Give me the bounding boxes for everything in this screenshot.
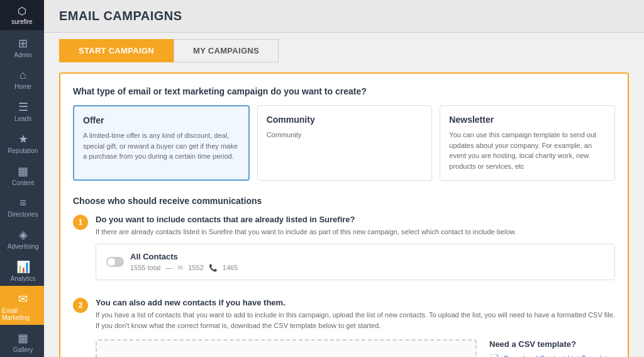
sidebar: ⬡ surefire ⊞ Admin ⌂ Home ☰ Leads ★ Repu… (0, 0, 44, 357)
contact-phone-count: 1465 (223, 264, 238, 271)
contact-info: All Contacts 1555 total — ✉ 1552 📞 1465 (130, 252, 604, 272)
step2-title: You can also add new contacts if you hav… (96, 298, 615, 307)
step1-item: 1 Do you want to include contacts that a… (73, 215, 615, 288)
analytics-icon: 📊 (16, 260, 30, 274)
newsletter-title: Newsletter (449, 115, 606, 125)
csv-template-title: Need a CSV template? (489, 339, 615, 349)
content-icon: ▦ (18, 164, 28, 178)
sidebar-item-advertising[interactable]: ◈ Advertising (0, 222, 44, 254)
sidebar-item-directories[interactable]: ≡ Directories (0, 190, 44, 222)
campaign-card-community[interactable]: Community Community (257, 105, 433, 181)
gallery-icon: ▦ (18, 331, 28, 345)
step1-number: 1 (73, 215, 88, 230)
sidebar-item-email-marketing[interactable]: ✉ Email Marketing (0, 286, 44, 325)
sidebar-item-content[interactable]: ▦ Content (0, 158, 44, 190)
sidebar-item-label: Gallery (13, 346, 33, 353)
logo-text: surefire (11, 18, 32, 25)
recipients-title: Choose who should receive communications (73, 196, 615, 206)
csv-template: Need a CSV template? 📄 Download Contact … (489, 339, 615, 357)
offer-description: A limited-time offer is any kind of disc… (83, 130, 240, 162)
sidebar-item-label: Reputation (8, 147, 38, 154)
page-title: EMAIL CAMPAIGNS (59, 9, 629, 23)
directories-icon: ≡ (19, 196, 26, 210)
sidebar-logo: ⬡ surefire (0, 0, 44, 30)
sidebar-item-analytics[interactable]: 📊 Analytics (0, 254, 44, 286)
sidebar-item-label: Leads (14, 115, 31, 122)
csv-download-label: Download Contact List Template (504, 354, 612, 357)
tabs-bar: START CAMPAIGN MY CAMPAIGNS (44, 39, 644, 62)
tab-my-campaigns[interactable]: MY CAMPAIGNS (174, 39, 279, 62)
sidebar-item-reputation[interactable]: ★ Reputation (0, 126, 44, 158)
campaign-card-newsletter[interactable]: Newsletter You can use this campaign tem… (440, 105, 615, 181)
recipients-section: Choose who should receive communications… (73, 196, 615, 357)
reputation-icon: ★ (18, 132, 28, 146)
page-header: EMAIL CAMPAIGNS (44, 0, 644, 33)
campaign-box: What type of email or text marketing cam… (59, 72, 629, 357)
csv-download-icon: 📄 (489, 354, 500, 357)
phone-stat-icon: 📞 (209, 264, 218, 272)
campaign-types: Offer A limited-time offer is any kind o… (73, 105, 615, 181)
email-marketing-icon: ✉ (18, 292, 28, 306)
upload-area-wrapper: Drop in or select a csv file Need a CSV … (96, 339, 615, 357)
home-icon: ⌂ (19, 69, 26, 82)
contact-name: All Contacts (130, 252, 604, 261)
sidebar-item-label: Home (14, 83, 31, 90)
contact-email-count: 1552 (188, 264, 203, 271)
sidebar-item-leads[interactable]: ☰ Leads (0, 94, 44, 126)
content-area: What type of email or text marketing cam… (44, 62, 644, 357)
sidebar-item-label: Directories (8, 211, 38, 218)
csv-download-link[interactable]: 📄 Download Contact List Template (489, 354, 615, 357)
admin-icon: ⊞ (18, 37, 28, 50)
campaign-type-question: What type of email or text marketing cam… (73, 86, 615, 96)
sidebar-item-label: Advertising (8, 243, 38, 250)
step2-content: You can also add new contacts if you hav… (96, 298, 615, 358)
community-description: Community (267, 130, 423, 140)
tab-start-campaign[interactable]: START CAMPAIGN (59, 39, 174, 62)
sidebar-item-gallery[interactable]: ▦ Gallery (0, 325, 44, 357)
sidebar-item-label: Email Marketing (2, 307, 44, 321)
offer-title: Offer (83, 115, 240, 125)
step2-item: 2 You can also add new contacts if you h… (73, 298, 615, 358)
step1-content: Do you want to include contacts that are… (96, 215, 615, 288)
newsletter-description: You can use this campaign template to se… (449, 130, 606, 171)
campaign-card-offer[interactable]: Offer A limited-time offer is any kind o… (73, 105, 250, 181)
sidebar-item-label: Analytics (10, 275, 35, 282)
upload-drop-zone[interactable]: Drop in or select a csv file (96, 339, 477, 357)
sidebar-item-home[interactable]: ⌂ Home (0, 62, 44, 94)
contact-toggle[interactable] (106, 257, 124, 267)
contact-total: 1555 total (130, 264, 160, 271)
logo-icon: ⬡ (18, 5, 26, 17)
contact-row: All Contacts 1555 total — ✉ 1552 📞 1465 (96, 244, 615, 280)
sidebar-item-label: Admin (14, 52, 31, 59)
email-stat-icon: ✉ (177, 264, 183, 272)
contact-stats: 1555 total — ✉ 1552 📞 1465 (130, 264, 604, 272)
sidebar-item-admin[interactable]: ⊞ Admin (0, 30, 44, 62)
step2-number: 2 (73, 298, 88, 313)
step1-title: Do you want to include contacts that are… (96, 215, 615, 224)
contact-separator: — (165, 264, 172, 271)
step2-description: If you have a list of contacts that you … (96, 310, 615, 332)
community-title: Community (267, 115, 423, 125)
main-area: EMAIL CAMPAIGNS START CAMPAIGN MY CAMPAI… (44, 0, 644, 357)
sidebar-item-label: Content (12, 179, 34, 186)
leads-icon: ☰ (18, 100, 28, 114)
step1-description: If there are already contacts listed in … (96, 227, 615, 237)
advertising-icon: ◈ (19, 228, 28, 242)
